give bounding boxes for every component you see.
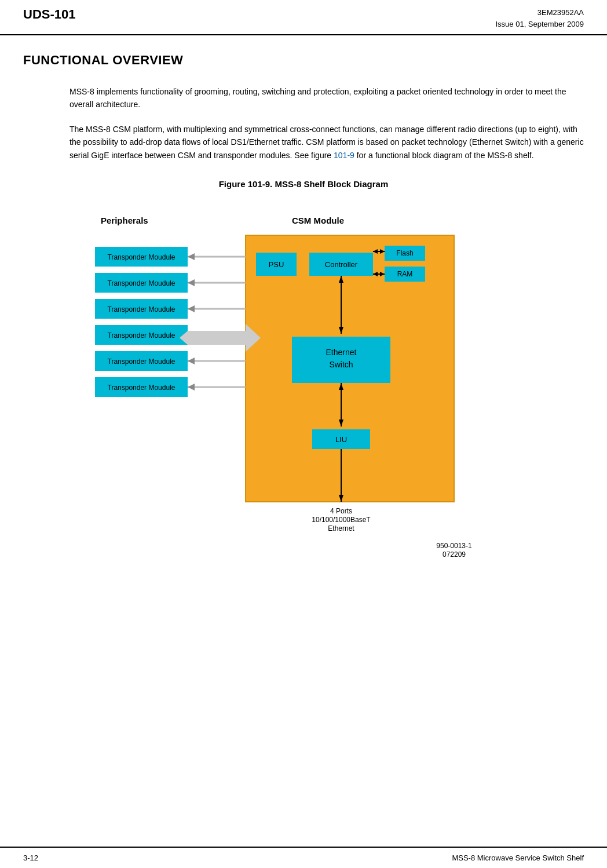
transponder-6-label: Transponder Moudule xyxy=(108,384,175,392)
main-arrow-body xyxy=(188,331,246,345)
page-number: 3-12 xyxy=(23,854,38,862)
document-info: 3EM23952AA Issue 01, September 2009 xyxy=(496,7,584,30)
ref-number-2: 072209 xyxy=(443,550,466,559)
paragraph-2: The MSS-8 CSM platform, with multiplexin… xyxy=(70,123,584,162)
doc-issue: Issue 01, September 2009 xyxy=(496,19,584,30)
ethernet-switch-label-2: Switch xyxy=(329,360,353,369)
liu-label: LIU xyxy=(335,435,347,444)
document-title: MSS-8 Microwave Service Switch Shelf xyxy=(452,854,584,862)
controller-label: Controller xyxy=(325,260,358,269)
ref-number-1: 950-0013-1 xyxy=(436,542,472,550)
page-header: UDS-101 3EM23952AA Issue 01, September 2… xyxy=(0,0,607,35)
figure-link[interactable]: 101-9 xyxy=(334,151,354,160)
ram-label: RAM xyxy=(397,270,413,278)
block-diagram: Peripherals CSM Module Transponder Moudu… xyxy=(83,206,524,566)
doc-number: 3EM23952AA xyxy=(496,7,584,19)
document-id: UDS-101 xyxy=(23,7,75,22)
arrow-t1-head xyxy=(188,253,195,260)
main-content: FUNCTIONAL OVERVIEW MSS-8 implements fun… xyxy=(0,35,607,603)
flash-label: Flash xyxy=(396,249,413,257)
diagram-container: Peripherals CSM Module Transponder Moudu… xyxy=(83,206,524,568)
arrow-t2-head xyxy=(188,279,195,286)
paragraph-1: MSS-8 implements functionality of groomi… xyxy=(70,85,584,111)
arrow-t5-head xyxy=(188,358,195,364)
figure-title: Figure 101-9. MSS-8 Shelf Block Diagram xyxy=(23,179,584,189)
transponder-3-label: Transponder Moudule xyxy=(108,305,175,313)
ports-label-3: Ethernet xyxy=(328,524,354,533)
ports-label-1: 4 Ports xyxy=(330,507,352,515)
section-title: FUNCTIONAL OVERVIEW xyxy=(23,53,584,68)
transponder-4-label: Transponder Moudule xyxy=(108,331,175,340)
transponder-5-label: Transponder Moudule xyxy=(108,358,175,366)
page-footer: 3-12 MSS-8 Microwave Service Switch Shel… xyxy=(0,847,607,868)
transponder-2-label: Transponder Moudule xyxy=(108,279,175,287)
ethernet-switch-label-1: Ethernet xyxy=(326,348,357,357)
psu-label: PSU xyxy=(269,260,284,269)
transponder-1-label: Transponder Moudule xyxy=(108,253,175,261)
arrow-t6-head xyxy=(188,384,195,391)
paragraph-2-part2: for a functional block diagram of the MS… xyxy=(354,151,534,160)
peripherals-label: Peripherals xyxy=(101,216,148,225)
ports-label-2: 10/100/1000BaseT xyxy=(312,516,371,524)
arrow-t3-head xyxy=(188,305,195,312)
csm-module-label: CSM Module xyxy=(292,216,344,225)
